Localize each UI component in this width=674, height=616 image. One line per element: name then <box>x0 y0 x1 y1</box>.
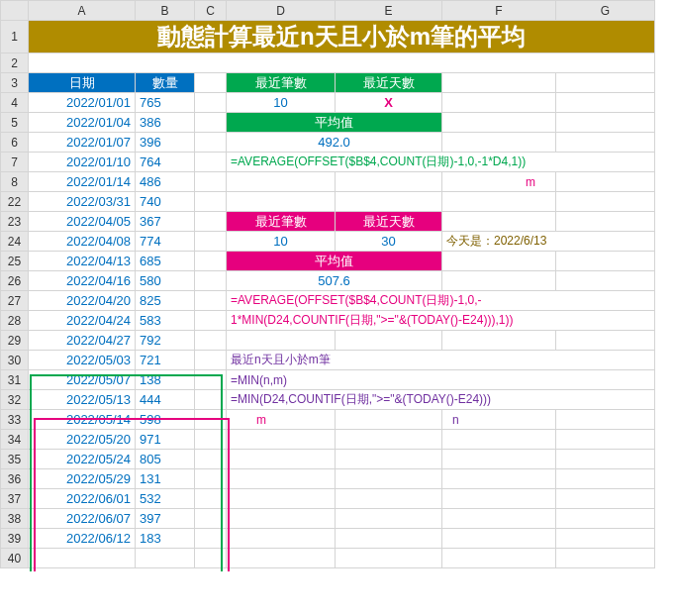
row-header[interactable]: 4 <box>1 93 29 113</box>
cell[interactable] <box>195 370 227 390</box>
row-header[interactable]: 23 <box>1 212 29 232</box>
cell[interactable] <box>556 410 655 430</box>
cell[interactable] <box>195 113 227 133</box>
cell[interactable] <box>195 212 227 232</box>
cell[interactable] <box>195 232 227 252</box>
cell[interactable] <box>29 53 655 73</box>
cell[interactable] <box>442 469 556 489</box>
cell[interactable] <box>442 529 556 549</box>
cell[interactable] <box>442 73 556 93</box>
cell[interactable] <box>227 450 336 469</box>
green-avg-value[interactable]: 492.0 <box>227 133 442 153</box>
cell[interactable] <box>336 410 442 430</box>
cell[interactable] <box>195 153 227 172</box>
row-header[interactable]: 35 <box>1 450 29 469</box>
cell[interactable] <box>195 133 227 153</box>
row-header[interactable]: 38 <box>1 509 29 529</box>
cell[interactable] <box>195 311 227 331</box>
cell[interactable] <box>556 93 655 113</box>
cell[interactable] <box>195 390 227 410</box>
select-all-corner[interactable] <box>1 1 29 21</box>
row-header[interactable]: 1 <box>1 21 29 53</box>
row-header[interactable]: 29 <box>1 331 29 351</box>
cell[interactable] <box>195 529 227 549</box>
cell[interactable] <box>227 549 336 568</box>
cell[interactable] <box>556 133 655 153</box>
cell[interactable] <box>195 93 227 113</box>
row-header[interactable]: 37 <box>1 489 29 509</box>
cell[interactable] <box>195 252 227 271</box>
cell[interactable] <box>336 549 442 568</box>
cell[interactable] <box>442 489 556 509</box>
row-header[interactable]: 24 <box>1 232 29 252</box>
row-header[interactable]: 32 <box>1 390 29 410</box>
cell[interactable] <box>195 192 227 212</box>
cell[interactable] <box>556 509 655 529</box>
cell[interactable] <box>227 469 336 489</box>
cell[interactable] <box>195 469 227 489</box>
cell[interactable] <box>556 252 655 271</box>
cell[interactable] <box>556 113 655 133</box>
row-header[interactable]: 5 <box>1 113 29 133</box>
row-header[interactable]: 40 <box>1 549 29 568</box>
cell[interactable] <box>195 291 227 311</box>
col-header[interactable]: E <box>336 1 442 21</box>
cell[interactable] <box>195 489 227 509</box>
cell[interactable] <box>227 430 336 450</box>
cell[interactable] <box>556 172 655 192</box>
row-header[interactable]: 27 <box>1 291 29 311</box>
cell[interactable] <box>336 192 442 212</box>
cell[interactable] <box>442 133 556 153</box>
cell[interactable] <box>336 430 442 450</box>
green-val-count[interactable]: 10 <box>227 93 336 113</box>
cell[interactable] <box>442 113 556 133</box>
cell[interactable] <box>442 192 556 212</box>
cell[interactable] <box>227 192 336 212</box>
cell[interactable] <box>442 549 556 568</box>
cell[interactable] <box>556 73 655 93</box>
row-header[interactable]: 6 <box>1 133 29 153</box>
cell[interactable] <box>556 529 655 549</box>
cell[interactable] <box>336 450 442 469</box>
row-header[interactable]: 34 <box>1 430 29 450</box>
cell[interactable] <box>227 172 336 192</box>
cell[interactable] <box>336 509 442 529</box>
row-header[interactable]: 36 <box>1 469 29 489</box>
pink-avg-value[interactable]: 507.6 <box>227 271 442 291</box>
cell[interactable] <box>336 529 442 549</box>
cell[interactable] <box>556 192 655 212</box>
cell[interactable] <box>556 450 655 469</box>
row-header[interactable]: 8 <box>1 172 29 192</box>
cell[interactable] <box>442 212 556 232</box>
cell[interactable] <box>556 430 655 450</box>
cell[interactable] <box>336 489 442 509</box>
cell[interactable] <box>195 331 227 351</box>
cell[interactable] <box>195 430 227 450</box>
row-header[interactable]: 31 <box>1 370 29 390</box>
row-header[interactable]: 2 <box>1 53 29 73</box>
row-header[interactable]: 30 <box>1 351 29 370</box>
cell[interactable] <box>227 489 336 509</box>
row-header[interactable]: 3 <box>1 73 29 93</box>
cell[interactable] <box>195 73 227 93</box>
row-header[interactable]: 39 <box>1 529 29 549</box>
row-header[interactable]: 25 <box>1 252 29 271</box>
cell[interactable] <box>195 509 227 529</box>
cell[interactable] <box>556 212 655 232</box>
cell[interactable] <box>442 331 556 351</box>
cell[interactable] <box>442 430 556 450</box>
cell[interactable] <box>195 172 227 192</box>
cell[interactable] <box>29 549 136 568</box>
cell[interactable] <box>195 450 227 469</box>
row-header[interactable]: 33 <box>1 410 29 430</box>
row-header[interactable]: 26 <box>1 271 29 291</box>
cell[interactable] <box>442 450 556 469</box>
pink-val-count[interactable]: 10 <box>227 232 336 252</box>
col-header[interactable]: A <box>29 1 136 21</box>
cell[interactable] <box>556 271 655 291</box>
cell[interactable] <box>195 549 227 568</box>
green-val-days[interactable]: X <box>336 93 442 113</box>
cell[interactable] <box>442 93 556 113</box>
cell[interactable] <box>227 509 336 529</box>
cell[interactable] <box>556 469 655 489</box>
